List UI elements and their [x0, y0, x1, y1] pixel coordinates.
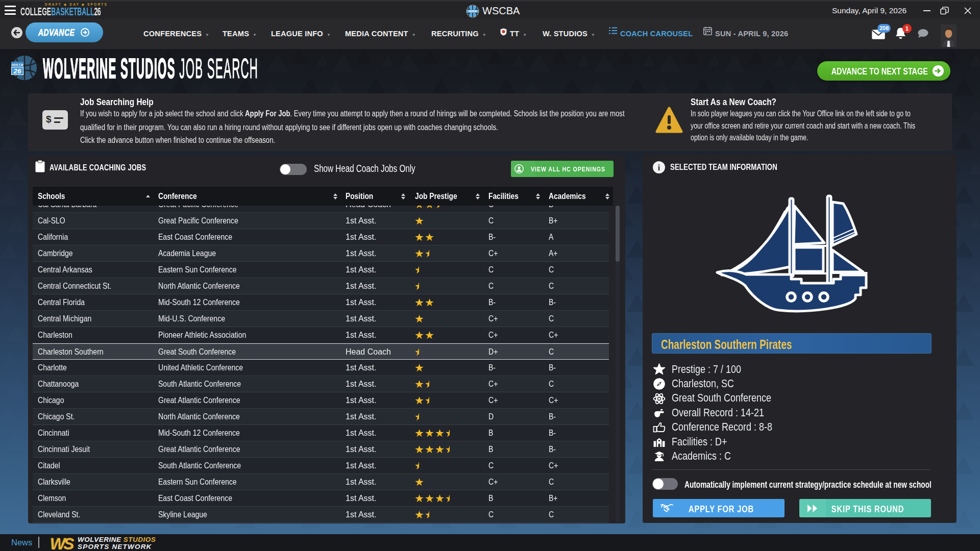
svg-text:DDS CB: DDS CB [11, 63, 23, 66]
svg-text:26: 26 [13, 67, 21, 75]
svg-text:DDSCB: DDSCB [469, 10, 477, 13]
